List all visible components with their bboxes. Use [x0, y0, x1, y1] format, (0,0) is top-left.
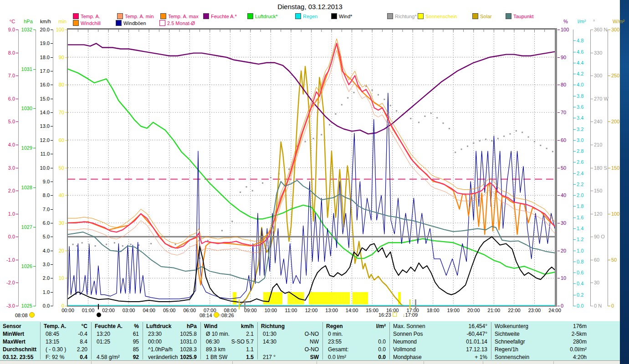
axis-tick-label: 50 [46, 165, 64, 171]
axis-tick-label: 2.4 [577, 171, 583, 176]
sunset-marker-a: 16:23 [378, 312, 397, 318]
axis-tick [573, 273, 576, 273]
table-value: 1025.9 [143, 354, 197, 361]
axis-tick-label: 100 [561, 27, 569, 32]
axis-tick-label: 7.0 [31, 207, 50, 212]
axis-tick-label: 30 [594, 280, 599, 285]
axis-tick-label: 1029 [14, 145, 32, 151]
axis-tick-label: 100 [46, 27, 64, 32]
table-value: 61 [91, 331, 139, 338]
legend-swatch-icon [116, 20, 122, 26]
statusbar-divider [91, 361, 92, 364]
x-axis-hour-label: 05:00 [163, 308, 176, 313]
axis-tick [16, 237, 18, 237]
axis-tick-label: 3.0 [577, 137, 583, 143]
astro-value: 17.12.13 [389, 346, 487, 353]
axis-tick-label: 5.0 [0, 119, 15, 124]
axis-tick [51, 237, 53, 237]
axis-tick [573, 184, 576, 185]
axis-tick [591, 121, 593, 122]
sunrise-marker: 08:14 ↑08:26 [199, 312, 234, 318]
axis-tick [16, 191, 18, 191]
axis-tick-label: 0 [611, 303, 614, 308]
axis-tick-label: 60 [46, 137, 64, 143]
table-value: 1.5 [200, 354, 254, 361]
axis-tick-label: 50 [611, 257, 617, 263]
table-row-label: Sensor [3, 323, 39, 330]
legend-label: Solar [480, 14, 492, 19]
axis-tick [573, 228, 576, 229]
axis-tick [573, 306, 576, 306]
table-value: 1031.0 [143, 339, 197, 345]
axis-tick-label: 0.8 [577, 259, 583, 264]
legend-swatch-icon [506, 13, 511, 19]
axis-tick-label: 4.8 [577, 38, 583, 43]
legend-swatch-icon [331, 13, 337, 19]
axis-tick-label: 90 [46, 55, 64, 60]
axis-tick [16, 260, 18, 260]
axis-tick-label: 0.6 [577, 270, 583, 275]
axis-tick [33, 148, 36, 148]
axis-tick-label: -2.0 [0, 280, 15, 285]
weather-chart-window: Dienstag, 03.12.2013 Temp. A.Temp. A. mi… [0, 0, 629, 364]
axis-tick-label: 0.0 [0, 234, 15, 239]
axis-tick [33, 187, 36, 188]
table-col-header: Richtung [261, 323, 285, 330]
axis-tick [573, 52, 576, 52]
statusbar-divider [232, 361, 233, 364]
met-value: 0.0l/m² [491, 346, 587, 353]
axis-unit-label: ° [593, 19, 595, 24]
table-value: 1.1 [200, 346, 254, 353]
axis-tick-label: -1.0 [0, 257, 15, 263]
axis-tick-label: 1032 [14, 27, 32, 32]
legend-item-wind-: Wind* [331, 13, 352, 19]
axis-tick [573, 96, 576, 96]
table-value: 95 [91, 339, 139, 345]
legend-label: Wind* [339, 14, 352, 19]
legend-label: Richtung* [395, 14, 417, 19]
page-title: Dienstag, 03.12.2013 [0, 3, 620, 10]
legend-label: Windböen [123, 20, 146, 26]
axis-tick [573, 40, 576, 41]
axis-tick-label: 20 [46, 248, 64, 253]
legend-label: Taupunkt [513, 14, 534, 19]
axis-tick [573, 151, 576, 152]
x-axis-hour-label: 19:00 [447, 308, 460, 313]
legend-swatch-icon [387, 13, 393, 19]
axis-tick [573, 239, 576, 240]
table-value: 0.0 [322, 346, 386, 353]
table-value: SW [257, 354, 319, 361]
legend-item-temp-a-: Temp. A. [73, 13, 100, 19]
table-row-label: MaxWert [3, 339, 39, 345]
axis-tick [591, 30, 593, 30]
axis-line [573, 30, 573, 306]
summary-table: SensorMinWertMaxWertDurchschnitt03.12. 2… [0, 321, 620, 360]
table-value: 2.1 [200, 331, 254, 338]
table-value: 0.4 [40, 354, 87, 361]
axis-tick [573, 162, 576, 162]
axis-tick-label: 150 [611, 165, 619, 171]
x-axis-hour-label: 01:00 [82, 308, 95, 313]
axis-tick-label: 1.8 [577, 203, 583, 209]
axis-tick [573, 195, 576, 196]
astro-value: + 1% [389, 354, 487, 361]
statusbar-divider [483, 361, 483, 364]
axis-tick [591, 76, 593, 76]
legend-item-feuchte-a-: Feuchte A.* [203, 13, 237, 19]
table-value: 0.0 [322, 354, 386, 361]
axis-tick-label: 270 W [594, 96, 609, 101]
axis-tick-label: 2.0 [577, 192, 583, 198]
axis-tick [557, 57, 560, 58]
sunset-square-icon [393, 313, 397, 317]
axis-tick-label: 0.4 [577, 281, 583, 286]
x-axis-hour-label: 13:00 [325, 308, 338, 313]
axis-tick-label: 40 [561, 192, 566, 198]
axis-tick-label: 1028 [14, 185, 32, 190]
legend-swatch-icon [295, 13, 301, 19]
axis-tick [608, 260, 610, 260]
axis-tick-label: 0 [561, 303, 563, 308]
met-value: 4:20h [491, 354, 587, 361]
axis-tick [16, 121, 18, 122]
axis-tick [557, 223, 560, 223]
axis-tick-label: 0.2 [577, 292, 583, 298]
